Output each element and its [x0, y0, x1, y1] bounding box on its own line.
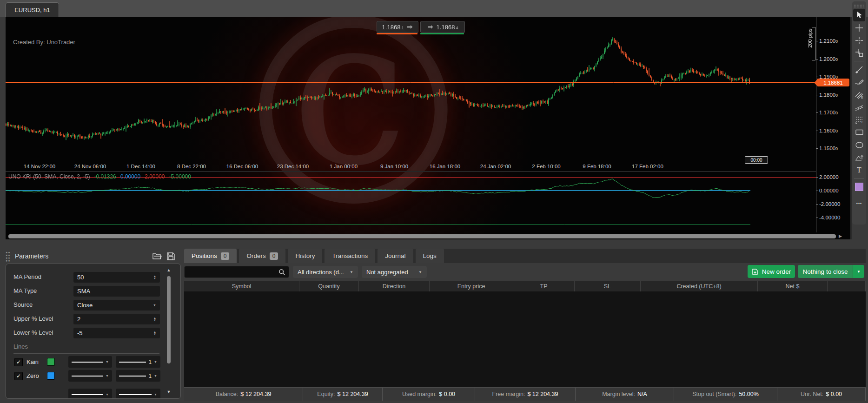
line-style-select[interactable]: ▼ [68, 389, 112, 399]
price-tick: 1.21000 [819, 38, 838, 44]
ellipse-icon[interactable] [853, 139, 865, 151]
time-tick: 1 Dec 14:00 [126, 164, 155, 169]
time-axis[interactable]: 14 Nov 22:0024 Nov 06:001 Dec 14:008 Dec… [6, 162, 816, 172]
freehand-draw-icon[interactable] [853, 76, 865, 88]
time-tick: 24 Nov 06:00 [74, 164, 106, 169]
tab-positions[interactable]: Positions0 [184, 249, 237, 263]
status-free-margin-: Free margin:$ 12 204.39 [475, 388, 576, 401]
sell-price: 1.1868 [382, 24, 401, 31]
sell-button[interactable]: 1.18681 [377, 21, 418, 33]
column-header-direction[interactable]: Direction [359, 281, 430, 291]
parameters-panel-body: MA Period50▲▼MA TypeSMASourceClose▼Upper… [6, 264, 181, 399]
direction-filter-dropdown[interactable]: All directions (d... ▼ [293, 266, 358, 278]
trend-line-icon[interactable] [853, 63, 865, 76]
param-input-lower-level[interactable]: -5▲▼ [73, 328, 160, 338]
checkbox-kairi[interactable]: ✓ [14, 358, 23, 366]
new-order-button[interactable]: New order [748, 265, 795, 278]
checkbox-zero[interactable]: ✓ [14, 372, 23, 380]
column-header-tp[interactable]: TP [513, 281, 575, 291]
trade-panel-tabs[interactable]: Positions0Orders0HistoryTransactionsJour… [184, 249, 866, 263]
color-swatch-kairi[interactable] [47, 358, 55, 366]
rectangle-icon[interactable] [853, 126, 865, 139]
parallel-lines-icon[interactable] [853, 101, 865, 113]
price-tick: 1.15000 [819, 145, 838, 151]
chart-area[interactable]: © Created By: UnoTrader 14 Nov 22:0024 N… [6, 17, 850, 239]
pattern-arrow-icon[interactable] [853, 151, 865, 164]
chevron-down-icon: ▼ [418, 270, 422, 274]
load-template-icon[interactable] [152, 252, 162, 260]
chevron-down-icon: ▼ [350, 270, 353, 274]
param-input-ma-period[interactable]: 50▲▼ [73, 272, 160, 283]
column-header-sl[interactable]: SL [575, 281, 641, 291]
positions-table-body[interactable] [184, 291, 866, 387]
line-width-select[interactable]: 1▼ [116, 370, 160, 382]
search-input[interactable] [185, 269, 278, 276]
positions-table-header: SymbolQuantityDirectionEntry priceTPSLCr… [184, 281, 866, 291]
text-tool-icon[interactable]: T [853, 164, 865, 176]
pointer-icon[interactable] [853, 9, 865, 21]
indicator-axis-tick: -4.00000 [819, 215, 840, 220]
tab-journal[interactable]: Journal [378, 249, 413, 263]
crosshair-icon[interactable] [853, 21, 865, 34]
column-header-net-[interactable]: Net $ [758, 281, 828, 291]
column-header-entry-price[interactable]: Entry price [430, 281, 513, 291]
close-options-dropdown[interactable]: ▼ [853, 265, 864, 278]
time-tick: 16 Dec 06:00 [226, 164, 258, 169]
positions-search[interactable] [184, 266, 289, 278]
indicator-title[interactable]: UNO KRI (50, SMA, Close, 2, -5) [8, 173, 90, 180]
crosshair-dashed-icon[interactable] [853, 34, 865, 46]
toolbar-divider [854, 178, 864, 178]
parameters-panel-title: Parameters [15, 252, 48, 260]
param-input-ma-type[interactable]: SMA [73, 286, 160, 297]
vertical-scrollbar-thumb[interactable] [167, 276, 171, 363]
indicator-canvas[interactable] [6, 172, 816, 232]
param-input-upper-level[interactable]: 2▲▼ [73, 314, 160, 324]
color-swatch-zero[interactable] [47, 372, 55, 380]
indicator-value: -0.01326 [94, 173, 116, 180]
line-label: Kairi [27, 358, 39, 365]
column-header-created-utc-8-[interactable]: Created (UTC+8) [641, 281, 758, 291]
status-unr-net-: Unr. Net:$ 0.00 [777, 388, 866, 401]
param-input-source[interactable]: Close▼ [73, 300, 160, 311]
sell-color-bar [377, 33, 417, 34]
line-style-select[interactable]: ▼ [68, 370, 112, 382]
scroll-right-arrow[interactable]: ▶ [839, 234, 842, 238]
more-options-icon[interactable]: ••• [853, 197, 865, 210]
column-header-symbol[interactable]: Symbol [184, 281, 299, 291]
aggregation-filter-dropdown[interactable]: Not aggregated ▼ [362, 266, 427, 278]
new-order-label: New order [762, 268, 791, 275]
equidistant-channel-icon[interactable]: E [853, 88, 865, 101]
toolbar-grip[interactable] [853, 3, 865, 9]
search-icon[interactable] [278, 269, 285, 276]
tab-transactions[interactable]: Transactions [325, 249, 375, 263]
save-template-icon[interactable] [166, 252, 175, 261]
param-label: Source [13, 301, 33, 308]
param-label: Upper % Level [13, 315, 53, 322]
tab-orders[interactable]: Orders0 [239, 249, 285, 263]
line-width-select[interactable]: 1▼ [116, 356, 160, 368]
close-positions-button[interactable]: Nothing to close [798, 265, 853, 278]
buy-button[interactable]: 1.18684 [420, 21, 465, 33]
param-label: MA Type [13, 287, 37, 294]
crosshair-square-icon[interactable] [853, 46, 865, 59]
time-tick: 8 Dec 22:00 [177, 164, 206, 169]
chart-tab-eurusd-h1[interactable]: EURUSD, h1 [6, 2, 59, 17]
price-chart-canvas[interactable] [6, 17, 816, 162]
column-header-quantity[interactable]: Quantity [299, 281, 359, 291]
indicator-header[interactable]: UNO KRI (50, SMA, Close, 2, -5)-0.013260… [8, 173, 191, 180]
tab-logs[interactable]: Logs [416, 249, 444, 263]
chart-horizontal-scrollbar[interactable] [8, 234, 836, 238]
color-swatch-icon[interactable] [853, 180, 865, 193]
tab-history[interactable]: History [288, 249, 322, 263]
new-order-icon [752, 268, 758, 275]
price-tick: 1.20000 [819, 56, 838, 62]
scroll-up-arrow[interactable]: ▲ [166, 268, 172, 272]
column-header-empty[interactable] [828, 281, 866, 291]
panel-drag-handle[interactable]: ●●●●●●●● [6, 251, 9, 262]
line-style-select[interactable]: ▼ [68, 356, 112, 368]
line-style-select[interactable]: ▼ [116, 389, 160, 399]
scroll-down-arrow[interactable]: ▼ [166, 390, 172, 394]
fibonacci-grid-icon[interactable]: F [853, 113, 865, 126]
drawing-toolbar[interactable]: EFT••• [852, 1, 866, 225]
indicator-value: -5.00000 [169, 173, 191, 180]
